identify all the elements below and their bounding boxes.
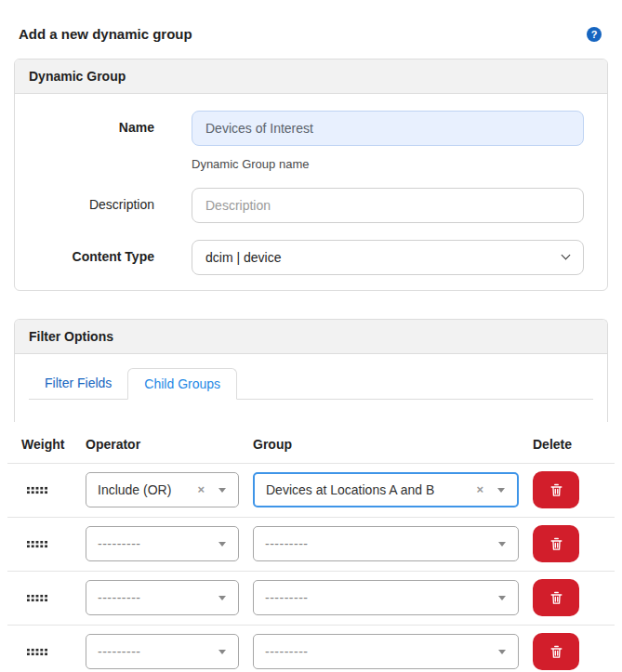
- drag-handle-icon[interactable]: [26, 594, 48, 602]
- description-field-wrap: [192, 188, 584, 223]
- operator-selected-value: Include (OR): [98, 482, 171, 497]
- caret-down-icon: [218, 488, 226, 493]
- delete-row-button[interactable]: [533, 471, 579, 508]
- table-row: --------- ---------: [7, 518, 615, 572]
- description-form-row: Description: [38, 188, 584, 223]
- delete-row-button[interactable]: [533, 525, 579, 562]
- trash-icon: [549, 644, 564, 660]
- operator-placeholder: ---------: [98, 590, 140, 605]
- trash-icon: [549, 482, 564, 498]
- tab-filter-fields[interactable]: Filter Fields: [29, 368, 127, 400]
- chevron-down-icon: [562, 251, 571, 260]
- column-header-operator: Operator: [86, 428, 253, 464]
- name-help-text: Dynamic Group name: [192, 157, 584, 171]
- operator-placeholder: ---------: [98, 536, 140, 551]
- group-placeholder: ---------: [265, 644, 308, 659]
- clear-selection-icon[interactable]: ×: [197, 483, 205, 495]
- operator-select[interactable]: Include (OR) ×: [86, 472, 239, 507]
- filter-tabs: Filter Fields Child Groups: [29, 368, 593, 400]
- drag-handle-icon[interactable]: [26, 540, 48, 548]
- caret-down-icon: [218, 650, 226, 654]
- delete-row-button[interactable]: [533, 579, 579, 616]
- page-header: Add a new dynamic group ?: [19, 26, 602, 42]
- page-title: Add a new dynamic group: [19, 26, 192, 42]
- group-selected-value: Devices at Locations A and B: [266, 482, 434, 497]
- filter-options-panel-title: Filter Options: [15, 320, 607, 354]
- filter-options-panel: Filter Options Filter Fields Child Group…: [14, 319, 608, 422]
- group-select[interactable]: ---------: [253, 580, 519, 615]
- description-input[interactable]: [192, 188, 584, 223]
- description-label: Description: [38, 188, 154, 212]
- table-row: --------- ---------: [7, 626, 615, 672]
- trash-icon: [549, 590, 564, 606]
- tab-child-groups[interactable]: Child Groups: [127, 368, 237, 400]
- caret-down-icon: [218, 596, 226, 600]
- group-placeholder: ---------: [265, 536, 308, 551]
- dynamic-group-panel-body: Name Dynamic Group name Description Cont…: [15, 94, 607, 290]
- table-row: --------- ---------: [7, 572, 615, 626]
- operator-placeholder: ---------: [98, 644, 140, 659]
- help-icon[interactable]: ?: [587, 27, 602, 42]
- child-groups-table: Weight Operator Group Delete Include (OR…: [7, 428, 615, 672]
- filter-options-panel-body: Filter Fields Child Groups: [15, 354, 607, 422]
- operator-select[interactable]: ---------: [86, 634, 239, 669]
- content-type-select[interactable]: dcim | device: [192, 240, 584, 275]
- column-header-delete: Delete: [519, 428, 615, 464]
- dynamic-group-panel-title: Dynamic Group: [15, 59, 607, 94]
- drag-handle-icon[interactable]: [26, 648, 48, 656]
- caret-down-icon: [497, 488, 505, 493]
- operator-select[interactable]: ---------: [86, 580, 239, 615]
- content-type-selected-value: dcim | device: [205, 250, 281, 265]
- group-select[interactable]: ---------: [253, 526, 519, 561]
- column-header-weight: Weight: [7, 428, 86, 464]
- group-placeholder: ---------: [265, 590, 308, 605]
- delete-row-button[interactable]: [533, 633, 579, 670]
- name-input[interactable]: [192, 111, 584, 146]
- operator-select[interactable]: ---------: [86, 526, 239, 561]
- name-form-row: Name Dynamic Group name: [38, 111, 584, 171]
- clear-selection-icon[interactable]: ×: [476, 483, 483, 495]
- caret-down-icon: [498, 650, 506, 654]
- dynamic-group-panel: Dynamic Group Name Dynamic Group name De…: [14, 59, 608, 291]
- column-header-group: Group: [253, 428, 519, 464]
- name-label: Name: [38, 111, 154, 135]
- content-type-label: Content Type: [38, 240, 154, 264]
- caret-down-icon: [498, 596, 506, 600]
- caret-down-icon: [498, 542, 506, 547]
- trash-icon: [549, 536, 564, 552]
- content-type-field-wrap: dcim | device: [192, 240, 584, 275]
- table-header-row: Weight Operator Group Delete: [7, 428, 615, 464]
- group-select[interactable]: Devices at Locations A and B ×: [253, 472, 519, 507]
- content-type-form-row: Content Type dcim | device: [38, 240, 584, 275]
- caret-down-icon: [218, 542, 226, 547]
- drag-handle-icon[interactable]: [26, 486, 48, 494]
- table-row: Include (OR) × Devices at Locations A an…: [7, 464, 615, 518]
- name-field-wrap: Dynamic Group name: [192, 111, 584, 171]
- group-select[interactable]: ---------: [253, 634, 519, 669]
